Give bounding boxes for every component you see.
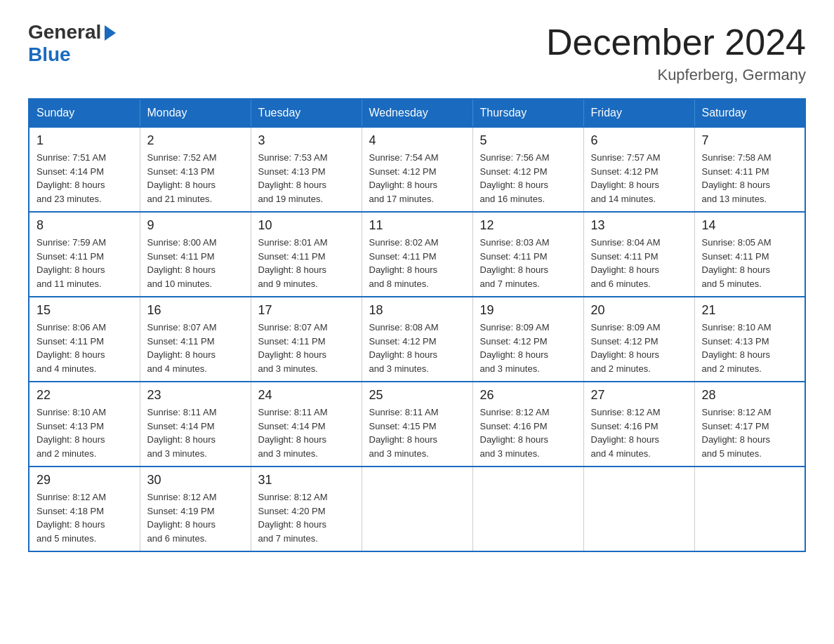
day-info: Sunrise: 8:10 AM Sunset: 4:13 PM Dayligh… [702, 321, 798, 375]
day-number: 14 [702, 218, 798, 233]
day-info: Sunrise: 7:58 AM Sunset: 4:11 PM Dayligh… [702, 151, 798, 206]
calendar-day-cell: 9 Sunrise: 8:00 AM Sunset: 4:11 PM Dayli… [140, 212, 251, 297]
calendar-day-cell: 22 Sunrise: 8:10 AM Sunset: 4:13 PM Dayl… [29, 382, 140, 467]
day-info: Sunrise: 8:02 AM Sunset: 4:11 PM Dayligh… [369, 236, 465, 290]
day-number: 15 [37, 303, 133, 318]
day-number: 17 [258, 303, 355, 318]
day-number: 19 [480, 303, 576, 318]
day-number: 20 [591, 303, 687, 318]
calendar-day-cell: 5 Sunrise: 7:56 AM Sunset: 4:12 PM Dayli… [472, 127, 583, 212]
location-title: Kupferberg, Germany [546, 66, 806, 84]
day-number: 21 [702, 303, 798, 318]
day-number: 11 [369, 218, 465, 233]
day-number: 28 [702, 388, 798, 403]
calendar-day-cell: 11 Sunrise: 8:02 AM Sunset: 4:11 PM Dayl… [362, 212, 472, 297]
day-number: 26 [480, 388, 576, 403]
day-number: 24 [258, 388, 355, 403]
day-info: Sunrise: 7:51 AM Sunset: 4:14 PM Dayligh… [37, 151, 133, 206]
day-info: Sunrise: 8:11 AM Sunset: 4:14 PM Dayligh… [258, 405, 355, 460]
day-number: 2 [147, 133, 244, 148]
title-block: December 2024 Kupferberg, Germany [546, 21, 806, 84]
day-number: 7 [702, 133, 798, 148]
calendar-week-row: 15 Sunrise: 8:06 AM Sunset: 4:11 PM Dayl… [29, 297, 805, 382]
calendar-day-cell: 25 Sunrise: 8:11 AM Sunset: 4:15 PM Dayl… [362, 382, 472, 467]
day-info: Sunrise: 8:07 AM Sunset: 4:11 PM Dayligh… [147, 321, 244, 375]
col-wednesday: Wednesday [362, 99, 472, 127]
day-info: Sunrise: 8:05 AM Sunset: 4:11 PM Dayligh… [702, 236, 798, 290]
day-info: Sunrise: 7:54 AM Sunset: 4:12 PM Dayligh… [369, 151, 465, 206]
day-number: 6 [591, 133, 687, 148]
calendar-day-cell: 28 Sunrise: 8:12 AM Sunset: 4:17 PM Dayl… [694, 382, 805, 467]
col-sunday: Sunday [29, 99, 140, 127]
day-info: Sunrise: 8:11 AM Sunset: 4:15 PM Dayligh… [369, 405, 465, 460]
col-tuesday: Tuesday [251, 99, 362, 127]
day-number: 3 [258, 133, 355, 148]
calendar-day-cell: 23 Sunrise: 8:11 AM Sunset: 4:14 PM Dayl… [140, 382, 251, 467]
col-saturday: Saturday [694, 99, 805, 127]
day-info: Sunrise: 8:08 AM Sunset: 4:12 PM Dayligh… [369, 321, 465, 375]
day-info: Sunrise: 7:52 AM Sunset: 4:13 PM Dayligh… [147, 151, 244, 206]
calendar-day-cell: 30 Sunrise: 8:12 AM Sunset: 4:19 PM Dayl… [140, 467, 251, 551]
day-number: 1 [37, 133, 133, 148]
day-info: Sunrise: 8:09 AM Sunset: 4:12 PM Dayligh… [480, 321, 576, 375]
calendar-day-cell: 4 Sunrise: 7:54 AM Sunset: 4:12 PM Dayli… [362, 127, 472, 212]
day-number: 16 [147, 303, 244, 318]
calendar-day-cell [472, 467, 583, 551]
calendar-day-cell: 15 Sunrise: 8:06 AM Sunset: 4:11 PM Dayl… [29, 297, 140, 382]
calendar-day-cell: 8 Sunrise: 7:59 AM Sunset: 4:11 PM Dayli… [29, 212, 140, 297]
day-number: 25 [369, 388, 465, 403]
day-number: 22 [37, 388, 133, 403]
day-info: Sunrise: 8:06 AM Sunset: 4:11 PM Dayligh… [37, 321, 133, 375]
calendar-day-cell: 14 Sunrise: 8:05 AM Sunset: 4:11 PM Dayl… [694, 212, 805, 297]
calendar-day-cell: 26 Sunrise: 8:12 AM Sunset: 4:16 PM Dayl… [472, 382, 583, 467]
calendar-day-cell: 12 Sunrise: 8:03 AM Sunset: 4:11 PM Dayl… [472, 212, 583, 297]
day-info: Sunrise: 8:12 AM Sunset: 4:17 PM Dayligh… [702, 405, 798, 460]
calendar-day-cell [362, 467, 472, 551]
day-number: 8 [37, 218, 133, 233]
logo-general-text: General [28, 21, 101, 43]
day-number: 31 [258, 473, 355, 488]
logo-blue-text: Blue [28, 43, 71, 66]
day-info: Sunrise: 8:10 AM Sunset: 4:13 PM Dayligh… [37, 405, 133, 460]
calendar-day-cell: 19 Sunrise: 8:09 AM Sunset: 4:12 PM Dayl… [472, 297, 583, 382]
day-info: Sunrise: 8:12 AM Sunset: 4:16 PM Dayligh… [591, 405, 687, 460]
calendar-day-cell: 20 Sunrise: 8:09 AM Sunset: 4:12 PM Dayl… [583, 297, 694, 382]
calendar-day-cell: 24 Sunrise: 8:11 AM Sunset: 4:14 PM Dayl… [251, 382, 362, 467]
calendar-table: Sunday Monday Tuesday Wednesday Thursday… [28, 98, 806, 552]
calendar-week-row: 8 Sunrise: 7:59 AM Sunset: 4:11 PM Dayli… [29, 212, 805, 297]
calendar-day-cell: 10 Sunrise: 8:01 AM Sunset: 4:11 PM Dayl… [251, 212, 362, 297]
day-info: Sunrise: 8:11 AM Sunset: 4:14 PM Dayligh… [147, 405, 244, 460]
day-info: Sunrise: 8:01 AM Sunset: 4:11 PM Dayligh… [258, 236, 355, 290]
day-info: Sunrise: 7:57 AM Sunset: 4:12 PM Dayligh… [591, 151, 687, 206]
day-number: 29 [37, 473, 133, 488]
calendar-day-cell: 3 Sunrise: 7:53 AM Sunset: 4:13 PM Dayli… [251, 127, 362, 212]
calendar-week-row: 29 Sunrise: 8:12 AM Sunset: 4:18 PM Dayl… [29, 467, 805, 551]
calendar-day-cell [694, 467, 805, 551]
day-info: Sunrise: 8:04 AM Sunset: 4:11 PM Dayligh… [591, 236, 687, 290]
calendar-header-row: Sunday Monday Tuesday Wednesday Thursday… [29, 99, 805, 127]
day-number: 9 [147, 218, 244, 233]
calendar-day-cell: 27 Sunrise: 8:12 AM Sunset: 4:16 PM Dayl… [583, 382, 694, 467]
day-info: Sunrise: 7:56 AM Sunset: 4:12 PM Dayligh… [480, 151, 576, 206]
calendar-day-cell: 18 Sunrise: 8:08 AM Sunset: 4:12 PM Dayl… [362, 297, 472, 382]
calendar-week-row: 1 Sunrise: 7:51 AM Sunset: 4:14 PM Dayli… [29, 127, 805, 212]
calendar-day-cell: 6 Sunrise: 7:57 AM Sunset: 4:12 PM Dayli… [583, 127, 694, 212]
day-info: Sunrise: 7:59 AM Sunset: 4:11 PM Dayligh… [37, 236, 133, 290]
day-number: 5 [480, 133, 576, 148]
day-info: Sunrise: 8:00 AM Sunset: 4:11 PM Dayligh… [147, 236, 244, 290]
calendar-day-cell: 2 Sunrise: 7:52 AM Sunset: 4:13 PM Dayli… [140, 127, 251, 212]
day-number: 13 [591, 218, 687, 233]
day-number: 4 [369, 133, 465, 148]
day-number: 27 [591, 388, 687, 403]
day-info: Sunrise: 8:12 AM Sunset: 4:16 PM Dayligh… [480, 405, 576, 460]
calendar-day-cell: 1 Sunrise: 7:51 AM Sunset: 4:14 PM Dayli… [29, 127, 140, 212]
col-friday: Friday [583, 99, 694, 127]
day-number: 30 [147, 473, 244, 488]
month-title: December 2024 [546, 21, 806, 63]
page-header: General Blue December 2024 Kupferberg, G… [28, 21, 806, 84]
day-info: Sunrise: 8:12 AM Sunset: 4:18 PM Dayligh… [37, 490, 133, 545]
col-monday: Monday [140, 99, 251, 127]
calendar-day-cell: 21 Sunrise: 8:10 AM Sunset: 4:13 PM Dayl… [694, 297, 805, 382]
day-number: 23 [147, 388, 244, 403]
day-info: Sunrise: 8:07 AM Sunset: 4:11 PM Dayligh… [258, 321, 355, 375]
